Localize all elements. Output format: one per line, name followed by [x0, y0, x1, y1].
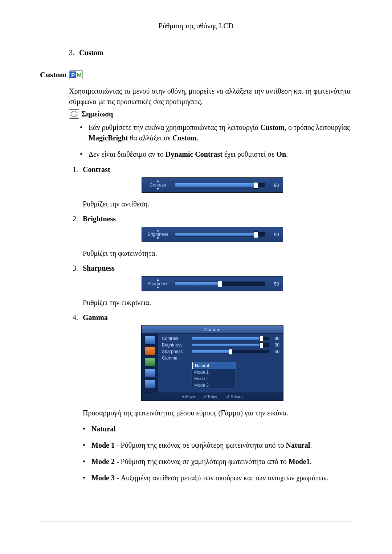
- osd-track: [175, 282, 265, 286]
- item-gamma: 4. Gamma Custom: [73, 313, 352, 483]
- osd-foot-enter: ⏎ Enter: [204, 394, 217, 399]
- osd-row-label: Gamma: [162, 356, 189, 361]
- osd-thumb: [254, 231, 258, 238]
- osd-row-fill: [192, 337, 261, 340]
- gamma-options: Natural Mode 1 Mode 2 Mode 3: [192, 362, 236, 389]
- item-desc: Ρυθμίζει την ευκρίνεια.: [73, 299, 352, 307]
- osd-side-icon: [144, 369, 155, 377]
- footer-rule: [40, 521, 352, 521]
- osd-side-icon: [144, 358, 155, 366]
- osd-menu-side-icons: [142, 334, 158, 393]
- bullet-dot-icon: [83, 473, 91, 483]
- item-brightness: 2. Brightness ▲ Brightness ▼ 90 Ρυθμίζε: [73, 215, 352, 258]
- osd-thumb: [218, 281, 222, 287]
- note-label: Σημείωση: [81, 110, 113, 118]
- item-num: 4.: [73, 313, 83, 322]
- item-sharpness: 3. Sharpness ▲ Sharpness ▼ 50 Ρυθμίζει: [73, 264, 352, 307]
- osd-gamma-menu: Custom Contrast: [141, 325, 283, 401]
- gb2-b: Mode 2: [91, 457, 115, 465]
- item-desc: Προσαρμογή της φωτεινότητας μέσου εύρους…: [73, 409, 352, 417]
- osd-fill: [175, 183, 256, 187]
- osd-value: 90: [269, 232, 279, 237]
- gamma-option-mode2: Mode 2: [192, 376, 236, 382]
- item-title: Sharpness: [83, 264, 115, 272]
- section-intro: Χρησιμοποιώντας τα μενού στην οθόνη, μπο…: [40, 86, 352, 107]
- osd-fill: [175, 282, 220, 286]
- gamma-bullet-natural: Natural: [83, 424, 116, 434]
- osd-row-value: 50: [272, 349, 279, 354]
- osd-foot-return: ↺ Return: [226, 394, 242, 399]
- bullet-dot-icon: [83, 424, 91, 434]
- osd-row-value: 90: [272, 342, 279, 348]
- osd-menu-title: Custom: [142, 326, 283, 334]
- gb1-b2: Natural: [286, 441, 310, 449]
- gamma-bullet-mode2: Mode 2 - Ρύθμιση της εικόνας σε χαμηλότε…: [83, 456, 312, 467]
- preceding-num: 3.: [69, 49, 79, 57]
- item-title: Brightness: [83, 215, 116, 223]
- note2-post: .: [286, 150, 288, 158]
- bullet-dot-icon: [83, 456, 91, 467]
- note1-b1: Custom: [260, 123, 285, 131]
- gb2-tail: .: [310, 457, 312, 465]
- badge-p-icon: P: [70, 71, 76, 78]
- osd-value: 90: [269, 182, 279, 188]
- osd-menu-footer: ♦ Move ⏎ Enter ↺ Return: [142, 393, 283, 401]
- osd-row-label: Contrast: [162, 336, 189, 341]
- note1-mid: , ο τρόπος λειτουργίας: [285, 123, 350, 131]
- osd-row-brightness: Brightness 90: [162, 342, 279, 348]
- osd-row-contrast: Contrast 90: [162, 336, 279, 341]
- gb2-b2: Mode1: [289, 457, 310, 465]
- gamma-bullet-mode1: Mode 1 - Ρύθμιση της εικόνας σε υψηλότερ…: [83, 440, 312, 451]
- item-desc: Ρυθμίζει τη φωτεινότητα.: [73, 249, 352, 258]
- note2-b1: Dynamic Contrast: [166, 150, 222, 158]
- osd-foot-move: ♦ Move: [182, 394, 195, 399]
- osd-side-icon: [144, 336, 155, 345]
- gb1-tail: .: [310, 441, 312, 449]
- gb0-b: Natural: [91, 425, 116, 433]
- osd-row-label: Sharpness: [162, 349, 189, 354]
- down-arrow-icon: ▼: [145, 286, 171, 290]
- osd-track: [175, 232, 265, 237]
- osd-row-fill: [192, 344, 261, 346]
- gb3-rest: - Αυξημένη αντίθεση μεταξύ των σκούρων κ…: [115, 474, 328, 482]
- preceding-list-item: 3. Custom: [69, 49, 103, 57]
- page-header: Ρύθμιση της οθόνης LCD: [40, 22, 352, 34]
- osd-row-thumb: [260, 336, 263, 342]
- gb2-rest: - Ρύθμιση της εικόνας σε χαμηλότερη φωτε…: [115, 457, 289, 465]
- item-num: 2.: [73, 215, 83, 223]
- osd-row-value: 90: [272, 336, 279, 341]
- pm-badge: P M: [69, 70, 83, 79]
- osd-row-thumb: [229, 349, 232, 355]
- gb1-rest: - Ρύθμιση της εικόνας σε υψηλότερη φωτει…: [115, 441, 286, 449]
- note2-b2: On: [276, 150, 286, 158]
- note2-pre: Δεν είναι διαθέσιμο αν το: [89, 150, 166, 158]
- osd-thumb: [254, 182, 258, 189]
- down-arrow-icon: ▼: [145, 187, 171, 191]
- note-bullet-2: Δεν είναι διαθέσιμο αν το Dynamic Contra…: [80, 149, 288, 160]
- gamma-option-mode1: Mode 1: [192, 369, 236, 376]
- note1-pre: Εάν ρυθμίσετε την εικόνα χρησιμοποιώντας…: [89, 123, 260, 131]
- bullet-dot-icon: [83, 440, 91, 451]
- gamma-bullet-mode3: Mode 3 - Αυξημένη αντίθεση μεταξύ των σκ…: [83, 473, 328, 483]
- osd-side-icon: [144, 347, 155, 356]
- item-desc: Ρυθμίζει την αντίθεση.: [73, 200, 352, 208]
- item-title: Contrast: [83, 165, 110, 174]
- osd-sharpness: ▲ Sharpness ▼ 50: [142, 276, 283, 291]
- osd-contrast: ▲ Contrast ▼ 90: [142, 177, 283, 193]
- osd-value: 50: [269, 281, 279, 287]
- item-num: 1.: [73, 165, 83, 174]
- note2-mid: έχει ρυθμιστεί σε: [222, 150, 276, 158]
- osd-fill: [175, 233, 256, 236]
- item-title: Gamma: [83, 313, 108, 322]
- osd-row-label: Brightness: [162, 342, 189, 348]
- note1-b2: MagicBright: [89, 134, 128, 142]
- note1-post: .: [197, 134, 199, 142]
- osd-row-fill: [192, 350, 230, 353]
- down-arrow-icon: ▼: [145, 237, 171, 240]
- preceding-label: Custom: [79, 49, 103, 57]
- gb1-b: Mode 1: [91, 441, 115, 449]
- osd-track: [175, 183, 265, 187]
- item-contrast: 1. Contrast ▲ Contrast ▼ 90 Ρυθμίζει τη: [73, 165, 352, 208]
- osd-row-gamma: Gamma: [162, 356, 279, 361]
- section-title-row: Custom P M: [40, 70, 352, 79]
